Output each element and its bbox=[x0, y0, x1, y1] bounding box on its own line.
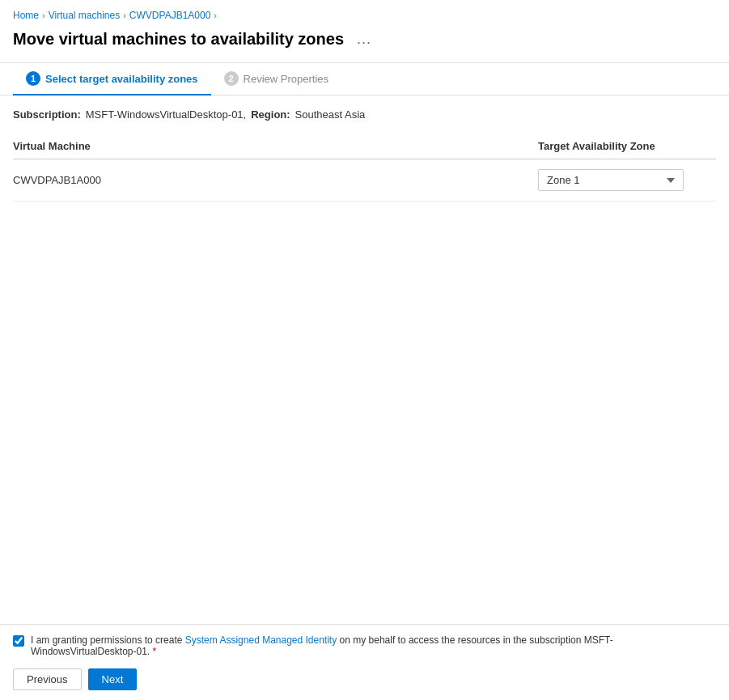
breadcrumb-sep-2: › bbox=[123, 11, 126, 20]
tab-1-number: 1 bbox=[26, 71, 40, 86]
breadcrumb-virtual-machines[interactable]: Virtual machines bbox=[49, 10, 121, 21]
next-button[interactable]: Next bbox=[88, 668, 138, 690]
tab-1-label: Select target availability zones bbox=[45, 73, 198, 85]
column-header-zone: Target Availability Zone bbox=[538, 134, 716, 159]
breadcrumb-vm-name[interactable]: CWVDPAJB1A000 bbox=[129, 10, 210, 21]
zone-dropdown[interactable]: Zone 1 Zone 2 Zone 3 bbox=[538, 169, 684, 191]
nav-buttons: Previous Next bbox=[13, 668, 716, 690]
consent-link[interactable]: System Assigned Managed Identity bbox=[185, 634, 337, 646]
table-row: CWVDPAJB1A000 Zone 1 Zone 2 Zone 3 bbox=[13, 159, 716, 202]
consent-required-marker: * bbox=[150, 646, 156, 657]
bottom-bar: I am granting permissions to create Syst… bbox=[0, 624, 729, 700]
region-value: Southeast Asia bbox=[295, 108, 366, 121]
content-area: Subscription: MSFT-WindowsVirtualDesktop… bbox=[0, 95, 729, 214]
breadcrumb-sep-3: › bbox=[214, 11, 217, 20]
subscription-label: Subscription: bbox=[13, 108, 81, 121]
consent-text-before: I am granting permissions to create bbox=[31, 634, 185, 646]
vm-table: Virtual Machine Target Availability Zone… bbox=[13, 134, 716, 202]
consent-checkbox[interactable] bbox=[13, 635, 24, 647]
region-label: Region: bbox=[251, 108, 290, 121]
tabs-container: 1 Select target availability zones 2 Rev… bbox=[0, 63, 729, 95]
previous-button[interactable]: Previous bbox=[13, 668, 82, 690]
tab-review-properties[interactable]: 2 Review Properties bbox=[211, 63, 342, 95]
consent-row: I am granting permissions to create Syst… bbox=[13, 634, 716, 657]
column-header-vm: Virtual Machine bbox=[13, 134, 538, 159]
page-header: Move virtual machines to availability zo… bbox=[0, 26, 729, 62]
breadcrumb: Home › Virtual machines › CWVDPAJB1A000 … bbox=[0, 0, 729, 26]
table-header-row: Virtual Machine Target Availability Zone bbox=[13, 134, 716, 159]
vm-name-cell: CWVDPAJB1A000 bbox=[13, 159, 538, 202]
tab-2-number: 2 bbox=[224, 71, 239, 86]
more-options-button[interactable]: ... bbox=[352, 29, 376, 49]
tab-2-label: Review Properties bbox=[244, 73, 329, 85]
consent-text: I am granting permissions to create Syst… bbox=[31, 634, 716, 657]
zone-select-cell: Zone 1 Zone 2 Zone 3 bbox=[538, 159, 716, 202]
subscription-meta: Subscription: MSFT-WindowsVirtualDesktop… bbox=[13, 108, 716, 121]
tab-select-zones[interactable]: 1 Select target availability zones bbox=[13, 63, 211, 95]
breadcrumb-home[interactable]: Home bbox=[13, 10, 39, 21]
breadcrumb-sep-1: › bbox=[42, 11, 45, 20]
subscription-value: MSFT-WindowsVirtualDesktop-01, bbox=[86, 108, 246, 121]
page-title: Move virtual machines to availability zo… bbox=[13, 30, 344, 49]
